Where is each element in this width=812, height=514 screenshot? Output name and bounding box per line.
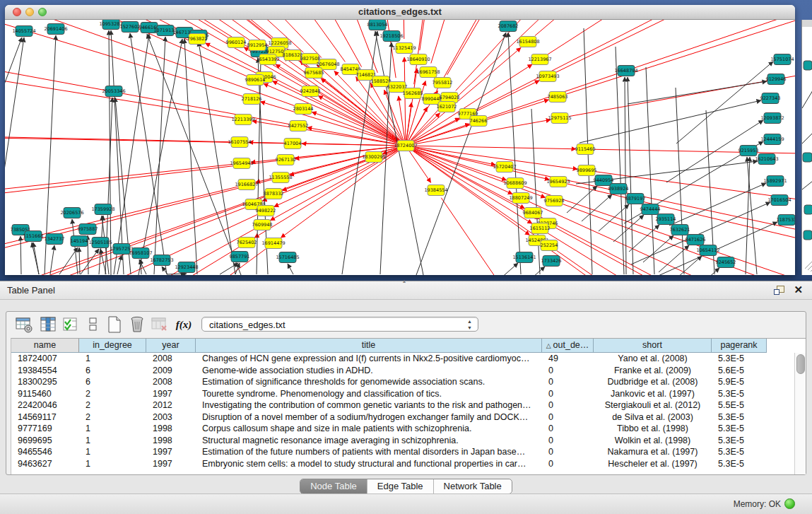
graph-node-yellow[interactable]: 1562685 — [403, 88, 423, 99]
cell-in_degree[interactable]: 1 — [79, 423, 146, 435]
graph-node-yellow[interactable]: 8427552 — [288, 121, 309, 132]
cell-year[interactable]: 1998 — [146, 435, 196, 447]
cell-name[interactable]: 18724007 — [11, 353, 79, 365]
graph-node-yellow[interactable]: 9675685 — [304, 68, 324, 78]
graph-node-teal[interactable]: 7632621 — [670, 225, 690, 235]
graph-node-yellow[interactable]: 252254 — [541, 240, 558, 251]
graph-node-yellow[interactable]: 2803144 — [293, 104, 314, 115]
graph-node-teal[interactable]: 20053346 — [102, 86, 125, 97]
graph-node-yellow[interactable]: 9267130 — [276, 155, 296, 165]
graph-node-yellow[interactable]: 11355558 — [269, 173, 292, 183]
cell-pagerank[interactable]: 5.3E-5 — [712, 458, 767, 470]
citation-network-graph[interactable]: 1405572420691406109532871527602946616010… — [5, 20, 795, 275]
graph-node-teal[interactable]: 8471626 — [686, 235, 706, 245]
table-settings-icon[interactable] — [15, 315, 33, 334]
graph-node-hub[interactable]: 18724007 — [394, 141, 417, 151]
graph-node-teal[interactable]: 20691406 — [44, 24, 67, 35]
graph-node-yellow[interactable]: 1621072 — [437, 102, 457, 112]
graph-node-yellow[interactable]: 746266 — [470, 116, 488, 127]
cell-pagerank[interactable]: 5.3E-5 — [712, 435, 767, 447]
cell-pagerank[interactable]: 5.3E-5 — [712, 423, 767, 435]
graph-node-teal[interactable]: 16958107 — [129, 248, 152, 259]
graph-node-teal[interactable]: 12444159 — [760, 134, 784, 145]
graph-node-yellow[interactable]: 18807249 — [509, 193, 532, 204]
network-window-titlebar[interactable]: citations_edges.txt — [5, 5, 795, 20]
graph-node-teal[interactable]: 9857791 — [230, 252, 250, 262]
cell-name[interactable]: 18300295 — [11, 376, 79, 388]
cell-pagerank[interactable]: 5.5E-5 — [712, 399, 767, 411]
graph-node-yellow[interactable]: 7963822 — [187, 34, 208, 45]
cell-short[interactable]: Dudbridge et al. (2008) — [594, 376, 712, 388]
cell-out_de[interactable]: 0 — [542, 411, 594, 424]
cell-title[interactable]: Disruption of a novel member of a sodium… — [196, 411, 542, 424]
graph-node-teal[interactable]: 1733426 — [541, 256, 562, 267]
cell-title[interactable]: Estimation of significance thresholds fo… — [196, 376, 542, 388]
graph-node-yellow[interactable]: 9684067 — [523, 208, 543, 218]
cell-year[interactable]: 1998 — [146, 423, 196, 435]
column-header-in_degree[interactable]: in_degree — [79, 339, 146, 353]
graph-node-teal[interactable]: 10654112 — [696, 245, 719, 256]
close-panel-icon[interactable]: ✕ — [794, 284, 803, 296]
graph-node-teal[interactable]: 17016504 — [767, 195, 791, 206]
graph-node-yellow[interactable]: 18640910 — [406, 54, 430, 65]
graph-node-yellow[interactable]: 8878332 — [264, 189, 284, 199]
graph-node-yellow[interactable]: 16914479 — [261, 238, 285, 249]
graph-node-teal[interactable]: 1342737 — [45, 234, 65, 245]
graph-node-yellow[interactable]: 7625402 — [237, 238, 257, 248]
graph-node-teal[interactable]: 9129946 — [766, 74, 787, 85]
cell-name[interactable]: 9463627 — [11, 458, 79, 470]
graph-node-teal[interactable]: 1527602 — [120, 22, 141, 33]
cell-year[interactable]: 2008 — [146, 376, 196, 388]
cell-name[interactable]: 22420046 — [11, 399, 79, 411]
cell-name[interactable]: 9777169 — [11, 423, 79, 435]
graph-node-teal[interactable]: 12093872 — [760, 113, 784, 124]
graph-node-yellow[interactable]: 16543392 — [256, 54, 279, 65]
cell-pagerank[interactable]: 5.3E-5 — [712, 446, 767, 458]
cell-pagerank[interactable]: 5.3E-5 — [712, 388, 767, 400]
graph-node-teal[interactable]: 9245652 — [716, 257, 736, 268]
graph-node-yellow[interactable]: 19384554 — [424, 185, 447, 196]
cell-pagerank[interactable]: 5.9E-5 — [712, 376, 767, 388]
row-height-icon[interactable] — [84, 315, 102, 334]
vertical-scrollbar[interactable] — [794, 353, 806, 474]
table-row[interactable]: 946554611997Estimation of the future num… — [11, 446, 795, 458]
graph-node-teal[interactable]: 12505185 — [88, 238, 112, 248]
graph-node-yellow[interactable]: 9960124 — [226, 37, 247, 48]
cell-short[interactable]: Tibbo et al. (1998) — [594, 423, 712, 435]
graph-node-yellow[interactable]: 1615112 — [530, 223, 551, 234]
cell-title[interactable]: Changes of HCN gene expression and I(f) … — [196, 353, 542, 365]
graph-node-yellow[interactable]: 9756928 — [544, 196, 565, 206]
cell-in_degree[interactable]: 6 — [79, 365, 146, 377]
cell-name[interactable]: 9465546 — [11, 446, 79, 458]
cell-in_degree[interactable]: 2 — [79, 399, 146, 411]
column-header-out_de[interactable]: △out_de… — [542, 339, 594, 353]
cell-out_de[interactable]: 0 — [542, 365, 594, 377]
cell-name[interactable]: 9699695 — [11, 435, 79, 447]
cell-year[interactable]: 1997 — [146, 388, 196, 400]
cell-out_de[interactable]: 0 — [542, 458, 594, 470]
graph-node-yellow[interactable]: 10973493 — [536, 71, 559, 82]
cell-title[interactable]: Tourette syndrome. Phenomenology and cla… — [196, 388, 542, 400]
memory-status-indicator[interactable] — [784, 498, 795, 509]
scrollbar-thumb[interactable] — [796, 354, 805, 374]
cell-out_de[interactable]: 0 — [542, 376, 594, 388]
cell-out_de[interactable]: 0 — [542, 435, 594, 447]
background-network-window-partial[interactable] — [801, 20, 812, 275]
cell-year[interactable]: 1997 — [146, 458, 196, 470]
graph-node-teal[interactable]: 2087682 — [498, 21, 519, 32]
cell-short[interactable]: Jankovic et al. (1997) — [594, 388, 712, 400]
cell-title[interactable]: Estimation of the future numbers of pati… — [196, 446, 542, 458]
graph-node-teal[interactable]: 15892971 — [763, 176, 787, 187]
tab-edge-table[interactable]: Edge Table — [367, 479, 433, 493]
graph-node-teal[interactable]: 6879197 — [625, 194, 646, 204]
table-row[interactable]: 1830029562008Estimation of significance … — [11, 376, 795, 388]
cell-in_degree[interactable]: 2 — [79, 411, 146, 424]
column-header-title[interactable]: title — [196, 339, 542, 353]
cell-out_de[interactable]: 49 — [542, 353, 594, 365]
table-row[interactable]: 911546021997Tourette syndrome. Phenomeno… — [11, 388, 795, 400]
cell-name[interactable]: 19384554 — [11, 365, 79, 377]
graph-node-teal[interactable]: 1151668 — [23, 231, 44, 242]
graph-node-teal[interactable]: 15716485 — [276, 252, 299, 263]
cell-out_de[interactable]: 0 — [542, 399, 594, 411]
cell-year[interactable]: 2009 — [146, 365, 196, 377]
